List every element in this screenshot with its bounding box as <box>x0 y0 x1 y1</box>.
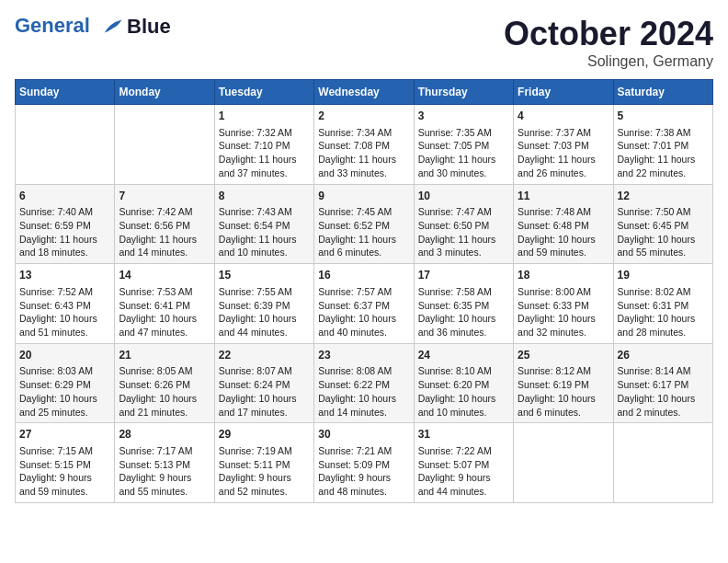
day-number: 28 <box>119 427 210 442</box>
cell-text-line: and 48 minutes. <box>318 486 387 497</box>
cell-text-line: Sunset: 6:45 PM <box>618 220 689 231</box>
cell-text-line: Sunset: 6:26 PM <box>119 379 190 390</box>
column-header-saturday: Saturday <box>613 80 712 105</box>
day-number: 26 <box>618 348 709 363</box>
cell-text-line: Daylight: 11 hours <box>219 234 297 245</box>
calendar-cell: 25Sunrise: 8:12 AMSunset: 6:19 PMDayligh… <box>514 343 613 423</box>
day-number: 10 <box>418 189 509 204</box>
cell-text-line: and 37 minutes. <box>219 167 288 178</box>
cell-text-line: and 28 minutes. <box>618 327 687 338</box>
cell-text-line: Sunrise: 7:48 AM <box>518 206 591 217</box>
cell-text-line: and 14 minutes. <box>318 407 387 418</box>
calendar-cell: 9Sunrise: 7:45 AMSunset: 6:52 PMDaylight… <box>314 184 414 264</box>
cell-text-line: and 44 minutes. <box>219 327 288 338</box>
day-number: 4 <box>518 109 609 124</box>
cell-text-line: Sunset: 5:07 PM <box>418 459 490 470</box>
day-number: 17 <box>418 268 509 283</box>
location: Solingen, Germany <box>504 53 713 70</box>
calendar-cell: 17Sunrise: 7:58 AMSunset: 6:35 PMDayligh… <box>414 264 513 344</box>
cell-text-line: Sunset: 5:11 PM <box>219 459 290 470</box>
calendar-cell: 27Sunrise: 7:15 AMSunset: 5:15 PMDayligh… <box>16 423 115 503</box>
day-number: 13 <box>19 268 110 283</box>
calendar-cell: 7Sunrise: 7:42 AMSunset: 6:56 PMDaylight… <box>115 184 214 264</box>
calendar-cell <box>115 105 214 185</box>
cell-text-line: and 6 minutes. <box>318 247 381 258</box>
week-row-2: 6Sunrise: 7:40 AMSunset: 6:59 PMDaylight… <box>16 184 713 264</box>
cell-text-line: Daylight: 9 hours <box>418 472 491 483</box>
cell-text-line: and 21 minutes. <box>119 407 188 418</box>
cell-text-line: Daylight: 10 hours <box>119 313 197 324</box>
calendar-body: 1Sunrise: 7:32 AMSunset: 7:10 PMDaylight… <box>16 105 713 503</box>
cell-text-line: and 26 minutes. <box>518 167 586 178</box>
day-number: 3 <box>418 109 509 124</box>
calendar-cell: 31Sunrise: 7:22 AMSunset: 5:07 PMDayligh… <box>414 423 513 503</box>
calendar-cell: 30Sunrise: 7:21 AMSunset: 5:09 PMDayligh… <box>314 423 414 503</box>
cell-text-line: Sunrise: 7:45 AM <box>318 206 392 217</box>
cell-text-line: Sunrise: 7:35 AM <box>418 127 492 138</box>
calendar-cell: 6Sunrise: 7:40 AMSunset: 6:59 PMDaylight… <box>16 184 115 264</box>
cell-text-line: and 17 minutes. <box>219 407 288 418</box>
cell-text-line: and 6 minutes. <box>518 407 581 418</box>
cell-text-line: and 32 minutes. <box>518 327 586 338</box>
cell-text-line: Sunset: 6:22 PM <box>318 379 390 390</box>
cell-text-line: and 47 minutes. <box>119 327 188 338</box>
cell-text-line: Sunset: 5:09 PM <box>318 459 390 470</box>
day-number: 27 <box>19 427 110 442</box>
week-row-3: 13Sunrise: 7:52 AMSunset: 6:43 PMDayligh… <box>16 264 713 344</box>
calendar-cell: 19Sunrise: 8:02 AMSunset: 6:31 PMDayligh… <box>613 264 712 344</box>
logo-line2: Blue <box>127 15 171 39</box>
cell-text-line: Sunrise: 7:21 AM <box>318 445 392 456</box>
calendar-cell: 23Sunrise: 8:08 AMSunset: 6:22 PMDayligh… <box>314 343 414 423</box>
cell-text-line: and 33 minutes. <box>318 167 387 178</box>
cell-text-line: Daylight: 11 hours <box>19 234 97 245</box>
day-number: 19 <box>618 268 709 283</box>
day-number: 31 <box>418 427 509 442</box>
cell-text-line: Sunset: 6:33 PM <box>518 300 589 311</box>
day-number: 5 <box>618 109 709 124</box>
cell-text-line: and 10 minutes. <box>418 407 487 418</box>
calendar-cell: 11Sunrise: 7:48 AMSunset: 6:48 PMDayligh… <box>514 184 613 264</box>
cell-text-line: and 14 minutes. <box>119 247 188 258</box>
cell-text-line: Sunrise: 8:12 AM <box>518 365 591 376</box>
cell-text-line: Sunrise: 7:22 AM <box>418 445 492 456</box>
day-number: 18 <box>518 268 609 283</box>
column-header-tuesday: Tuesday <box>214 80 313 105</box>
cell-text-line: Sunrise: 7:50 AM <box>618 206 691 217</box>
cell-text-line: Sunrise: 8:03 AM <box>19 365 93 376</box>
day-number: 22 <box>219 348 310 363</box>
cell-text-line: Sunrise: 8:02 AM <box>618 286 691 297</box>
day-number: 24 <box>418 348 509 363</box>
cell-text-line: Daylight: 10 hours <box>518 234 596 245</box>
cell-text-line: Sunrise: 8:10 AM <box>418 365 492 376</box>
cell-text-line: Sunset: 6:35 PM <box>418 300 490 311</box>
cell-text-line: Sunset: 6:56 PM <box>119 220 190 231</box>
cell-text-line: Sunset: 5:13 PM <box>119 459 190 470</box>
calendar-cell: 8Sunrise: 7:43 AMSunset: 6:54 PMDaylight… <box>214 184 313 264</box>
cell-text-line: and 59 minutes. <box>19 486 88 497</box>
cell-text-line: Daylight: 11 hours <box>518 154 596 165</box>
cell-text-line: and 3 minutes. <box>418 247 482 258</box>
column-header-sunday: Sunday <box>16 80 115 105</box>
week-row-5: 27Sunrise: 7:15 AMSunset: 5:15 PMDayligh… <box>16 423 713 503</box>
cell-text-line: Sunset: 6:59 PM <box>19 220 91 231</box>
cell-text-line: Daylight: 10 hours <box>418 393 496 404</box>
cell-text-line: Sunset: 7:05 PM <box>418 140 490 151</box>
cell-text-line: and 55 minutes. <box>119 486 188 497</box>
cell-text-line: and 51 minutes. <box>19 327 88 338</box>
cell-text-line: and 36 minutes. <box>418 327 487 338</box>
cell-text-line: Daylight: 11 hours <box>219 154 297 165</box>
cell-text-line: Sunset: 7:03 PM <box>518 140 589 151</box>
cell-text-line: Daylight: 9 hours <box>19 472 92 483</box>
day-number: 1 <box>219 109 310 124</box>
column-header-friday: Friday <box>514 80 613 105</box>
cell-text-line: Sunset: 6:37 PM <box>318 300 390 311</box>
cell-text-line: Sunrise: 7:19 AM <box>219 445 292 456</box>
cell-text-line: Sunset: 6:17 PM <box>618 379 689 390</box>
calendar-cell: 26Sunrise: 8:14 AMSunset: 6:17 PMDayligh… <box>613 343 712 423</box>
cell-text-line: Sunrise: 7:38 AM <box>618 127 691 138</box>
calendar-cell <box>16 105 115 185</box>
cell-text-line: Daylight: 10 hours <box>518 313 596 324</box>
cell-text-line: Sunrise: 7:57 AM <box>318 286 392 297</box>
calendar-header-row: SundayMondayTuesdayWednesdayThursdayFrid… <box>16 80 713 105</box>
cell-text-line: Daylight: 10 hours <box>219 313 297 324</box>
